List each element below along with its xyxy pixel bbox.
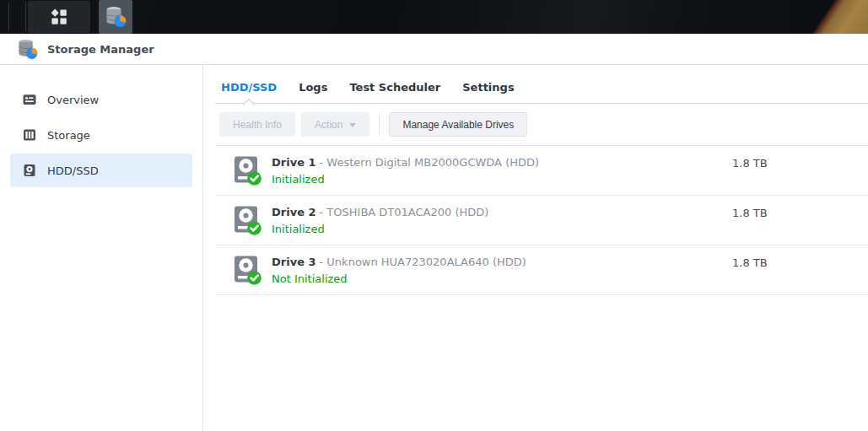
- overview-icon: [22, 92, 37, 107]
- tab-bar: HDD/SSD Logs Test Scheduler Settings: [215, 66, 868, 104]
- toolbar: Health Info Action Manage Available Driv…: [215, 104, 868, 146]
- hdd-drive-icon: [22, 163, 37, 178]
- storage-manager-icon: [17, 39, 38, 60]
- hdd-status-ok-icon: [231, 204, 263, 236]
- drive-title: Drive 2- TOSHIBA DT01ACA200 (HDD): [272, 206, 488, 218]
- drive-status: Initialized: [272, 223, 488, 235]
- drive-title: Drive 3- Unknown HUA723020ALA640 (HDD): [272, 256, 526, 268]
- sidebar-item-hdd-ssd[interactable]: HDD/SSD: [10, 154, 192, 187]
- sidebar-item-label: HDD/SSD: [47, 164, 99, 177]
- screen: Storage Manager Overview: [0, 0, 868, 431]
- tab-logs[interactable]: Logs: [299, 81, 327, 94]
- drive-info: Drive 2- TOSHIBA DT01ACA200 (HDD) Initia…: [272, 206, 488, 235]
- hdd-status-ok-icon: [231, 254, 263, 286]
- drive-description: - Unknown HUA723020ALA640 (HDD): [320, 256, 526, 268]
- storage-manager-icon: [105, 6, 127, 28]
- drive-title: Drive 1- Western Digital MB2000GCWDA (HD…: [272, 156, 539, 169]
- drive-status: Initialized: [272, 173, 539, 186]
- sidebar-item-overview[interactable]: Overview: [10, 83, 192, 116]
- drive-name: Drive 3: [272, 256, 316, 268]
- drive-name: Drive 2: [272, 206, 316, 218]
- desktop-wallpaper: [788, 0, 868, 34]
- drive-description: - Western Digital MB2000GCWDA (HDD): [320, 156, 540, 169]
- tab-test-scheduler[interactable]: Test Scheduler: [349, 81, 440, 94]
- taskbar-divider: [8, 3, 9, 31]
- drive-info: Drive 3- Unknown HUA723020ALA640 (HDD) N…: [272, 256, 526, 285]
- drive-name: Drive 1: [272, 156, 316, 169]
- sidebar-item-label: Storage: [47, 129, 90, 142]
- window-titlebar: Storage Manager: [0, 34, 868, 65]
- storage-icon: [22, 127, 37, 143]
- window-title: Storage Manager: [47, 43, 154, 56]
- manage-available-drives-button[interactable]: Manage Available Drives: [389, 112, 527, 137]
- chevron-down-icon: [349, 123, 356, 127]
- drive-status: Not Initialized: [272, 272, 526, 285]
- drive-list: Drive 1- Western Digital MB2000GCWDA (HD…: [215, 146, 868, 295]
- main-panel: HDD/SSD Logs Test Scheduler Settings Hea…: [203, 66, 868, 431]
- drive-description: - TOSHIBA DT01ACA200 (HDD): [320, 206, 489, 218]
- sidebar: Overview Storage HDD/SSD: [0, 66, 203, 431]
- tab-hdd-ssd[interactable]: HDD/SSD: [221, 81, 277, 94]
- main-menu-button[interactable]: [28, 1, 90, 33]
- manage-drives-label: Manage Available Drives: [402, 119, 514, 131]
- tab-settings[interactable]: Settings: [462, 81, 514, 94]
- drive-row-1[interactable]: Drive 1- Western Digital MB2000GCWDA (HD…: [215, 146, 868, 196]
- storage-manager-window: Storage Manager Overview: [0, 34, 868, 431]
- drive-row-2[interactable]: Drive 2- TOSHIBA DT01ACA200 (HDD) Initia…: [215, 196, 868, 245]
- sidebar-item-storage[interactable]: Storage: [10, 118, 192, 152]
- drive-row-3[interactable]: Drive 3- Unknown HUA723020ALA640 (HDD) N…: [215, 245, 868, 295]
- action-label: Action: [315, 119, 342, 131]
- health-info-button[interactable]: Health Info: [219, 112, 295, 137]
- action-dropdown-button[interactable]: Action: [301, 112, 369, 137]
- toolbar-divider: [379, 114, 380, 136]
- drive-info: Drive 1- Western Digital MB2000GCWDA (HD…: [272, 156, 539, 186]
- hdd-status-ok-icon: [231, 154, 263, 186]
- storage-manager-task-button[interactable]: [99, 0, 132, 34]
- sidebar-item-label: Overview: [47, 94, 99, 106]
- taskbar: [0, 0, 868, 34]
- health-info-label: Health Info: [233, 119, 282, 131]
- drive-size: 1.8 TB: [732, 157, 768, 170]
- taskbar-divider: [25, 3, 26, 31]
- drive-size: 1.8 TB: [732, 256, 768, 269]
- drive-size: 1.8 TB: [732, 207, 768, 219]
- apps-grid-icon: [51, 8, 67, 25]
